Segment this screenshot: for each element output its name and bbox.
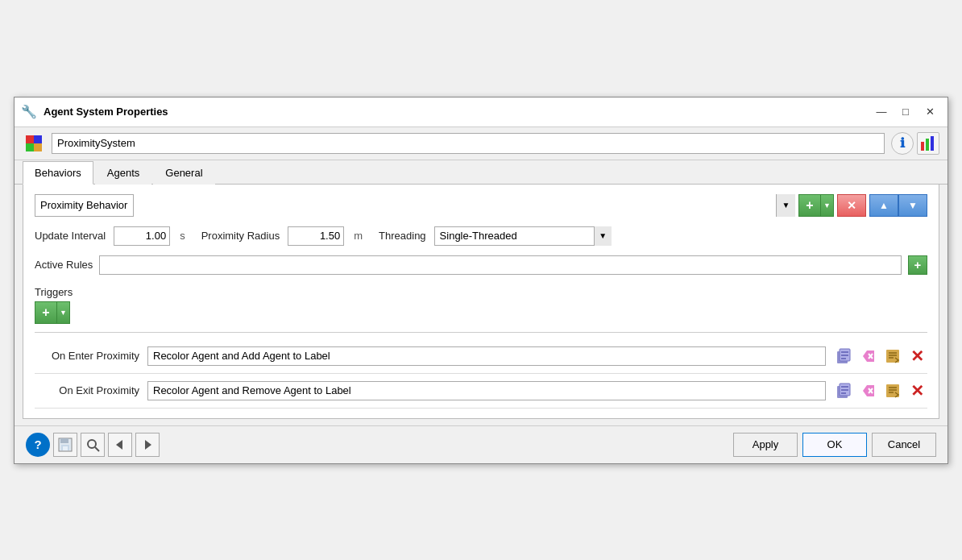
tab-bar: Behaviors Agents General — [15, 160, 947, 185]
behavior-action-buttons: + ▼ ✕ ▲ ▼ — [798, 194, 927, 217]
svg-rect-11 — [841, 358, 846, 359]
on-enter-icons: ✕ — [834, 346, 927, 367]
add-behavior-dropdown-button[interactable]: ▼ — [821, 194, 834, 217]
info-icon-button[interactable]: ℹ — [891, 132, 914, 155]
svg-rect-32 — [60, 438, 68, 443]
nav-prev-button[interactable] — [108, 433, 132, 457]
proximity-radius-unit: m — [354, 230, 363, 242]
minimize-button[interactable]: — — [870, 102, 893, 122]
on-exit-script-button[interactable] — [882, 380, 903, 401]
svg-rect-5 — [926, 139, 929, 151]
close-button[interactable]: ✕ — [918, 102, 941, 122]
svg-line-36 — [95, 447, 99, 451]
on-exit-delete-button[interactable]: ✕ — [906, 380, 927, 401]
toolbar: ℹ — [15, 127, 947, 160]
on-enter-x-icon: ✕ — [910, 346, 924, 366]
parameters-row: Update Interval s Proximity Radius m Thr… — [35, 226, 927, 246]
on-exit-proximity-row: On Exit Proximity — [35, 374, 927, 409]
svg-rect-21 — [841, 386, 848, 388]
nav-next-button[interactable] — [135, 433, 160, 457]
divider-1 — [35, 332, 927, 333]
active-rules-label: Active Rules — [35, 259, 93, 271]
delete-behavior-button[interactable]: ✕ — [837, 194, 866, 217]
apply-button[interactable]: Apply — [733, 433, 798, 457]
help-button[interactable]: ? — [26, 433, 50, 457]
on-exit-input[interactable] — [147, 381, 826, 400]
update-interval-unit: s — [180, 230, 185, 242]
svg-marker-37 — [116, 440, 122, 450]
on-enter-label: On Enter Proximity — [35, 350, 139, 362]
title-bar: 🔧 Agent System Properties — □ ✕ — [15, 97, 947, 127]
bottom-left-buttons: ? — [26, 433, 160, 457]
save-button[interactable] — [53, 433, 77, 457]
move-down-button[interactable]: ▼ — [898, 194, 927, 217]
cancel-button[interactable]: Cancel — [872, 433, 936, 457]
svg-rect-2 — [26, 143, 34, 151]
chart-icon-button[interactable] — [917, 132, 939, 155]
toolbar-right-icons: ℹ — [891, 132, 939, 155]
update-interval-label: Update Interval — [35, 230, 106, 242]
triggers-btn-row: + ▼ — [35, 301, 927, 324]
on-enter-clear-button[interactable] — [858, 346, 879, 367]
window-controls: — □ ✕ — [870, 102, 941, 122]
app-icon — [23, 132, 45, 155]
svg-rect-3 — [34, 143, 42, 151]
svg-marker-12 — [863, 351, 874, 362]
on-exit-clear-button[interactable] — [858, 380, 879, 401]
add-trigger-dropdown-button[interactable]: ▼ — [57, 301, 70, 324]
tab-behaviors[interactable]: Behaviors — [23, 161, 93, 185]
main-window: 🔧 Agent System Properties — □ ✕ ℹ — [14, 97, 948, 464]
behavior-select[interactable]: Proximity Behavior — [35, 194, 134, 217]
on-enter-input[interactable] — [147, 346, 826, 366]
bottom-bar: ? — [15, 425, 947, 463]
svg-rect-0 — [26, 135, 34, 143]
triggers-section: Triggers + ▼ — [35, 286, 927, 324]
on-enter-script-button[interactable] — [882, 346, 903, 367]
svg-rect-22 — [841, 389, 848, 391]
proximity-radius-label: Proximity Radius — [201, 230, 280, 242]
maximize-button[interactable]: □ — [894, 102, 917, 122]
system-name-input[interactable] — [52, 133, 885, 154]
title-icon: 🔧 — [21, 104, 37, 120]
on-enter-copy-button[interactable] — [834, 346, 855, 367]
svg-marker-38 — [145, 440, 151, 450]
proximity-radius-input[interactable] — [288, 226, 344, 246]
bottom-right-buttons: Apply OK Cancel — [733, 433, 936, 457]
search-button[interactable] — [81, 433, 105, 457]
svg-rect-10 — [841, 355, 848, 356]
ok-button[interactable]: OK — [802, 433, 867, 457]
active-rules-input[interactable] — [99, 255, 902, 275]
add-rule-button[interactable]: + — [908, 255, 927, 275]
svg-rect-1 — [34, 135, 42, 143]
on-enter-proximity-row: On Enter Proximity — [35, 339, 927, 374]
svg-rect-6 — [931, 136, 934, 151]
window-title: Agent System Properties — [44, 106, 864, 118]
tab-agents[interactable]: Agents — [95, 161, 151, 185]
threading-select-wrapper: Single-Threaded Multi-Threaded ▼ — [434, 226, 612, 246]
add-behavior-button[interactable]: + — [798, 194, 821, 217]
behavior-dropdown-row: Proximity Behavior ▼ + ▼ ✕ ▲ ▼ — [35, 194, 927, 217]
svg-point-35 — [88, 440, 96, 448]
svg-rect-4 — [921, 142, 924, 151]
behaviors-content: Proximity Behavior ▼ + ▼ ✕ ▲ ▼ Update In… — [23, 185, 939, 419]
on-exit-icons: ✕ — [834, 380, 927, 401]
update-interval-input[interactable] — [114, 226, 170, 246]
add-trigger-button[interactable]: + — [35, 301, 57, 324]
svg-rect-34 — [63, 446, 68, 450]
svg-rect-9 — [841, 351, 848, 353]
tab-general[interactable]: General — [153, 161, 214, 185]
threading-select[interactable]: Single-Threaded Multi-Threaded — [434, 226, 612, 246]
svg-rect-23 — [841, 392, 846, 394]
on-exit-copy-button[interactable] — [834, 380, 855, 401]
move-up-button[interactable]: ▲ — [869, 194, 898, 217]
on-enter-delete-button[interactable]: ✕ — [906, 346, 927, 367]
behavior-select-wrapper: Proximity Behavior ▼ — [35, 194, 795, 217]
threading-label: Threading — [379, 230, 426, 242]
on-exit-x-icon: ✕ — [910, 381, 924, 400]
behavior-select-arrow-icon: ▼ — [776, 194, 795, 217]
svg-marker-24 — [863, 385, 874, 396]
triggers-label: Triggers — [35, 286, 927, 298]
on-exit-label: On Exit Proximity — [35, 384, 139, 396]
active-rules-row: Active Rules + — [35, 255, 927, 275]
